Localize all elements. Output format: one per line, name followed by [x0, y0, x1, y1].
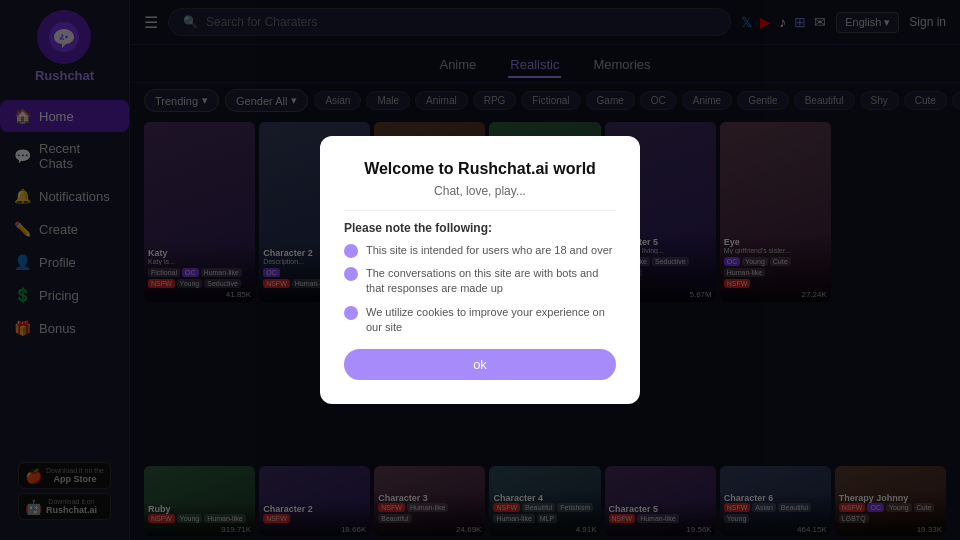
modal-subtitle: Chat, love, play...: [344, 184, 616, 198]
modal-title: Welcome to Rushchat.ai world: [344, 160, 616, 178]
modal-item: The conversations on this site are with …: [344, 266, 616, 297]
modal-item-dot: [344, 244, 358, 258]
modal-note-title: Please note the following:: [344, 221, 616, 235]
modal-item-text: We utilize cookies to improve your exper…: [366, 305, 616, 336]
modal-item: We utilize cookies to improve your exper…: [344, 305, 616, 336]
modal-item-text: The conversations on this site are with …: [366, 266, 616, 297]
modal-item-dot: [344, 267, 358, 281]
modal-divider: [344, 210, 616, 211]
modal-ok-button[interactable]: ok: [344, 349, 616, 380]
modal-item-text: This site is intended for users who are …: [366, 243, 612, 258]
modal-items: This site is intended for users who are …: [344, 243, 616, 336]
modal-item: This site is intended for users who are …: [344, 243, 616, 258]
modal-item-dot: [344, 306, 358, 320]
modal: Welcome to Rushchat.ai world Chat, love,…: [320, 136, 640, 405]
modal-overlay: Welcome to Rushchat.ai world Chat, love,…: [0, 0, 960, 540]
